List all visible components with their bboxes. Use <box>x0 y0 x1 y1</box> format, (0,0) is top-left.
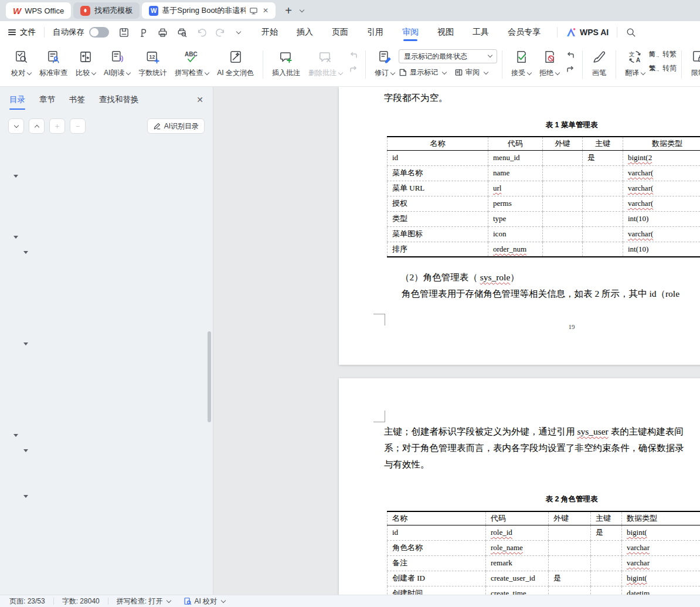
accept-revision-icon <box>514 49 529 65</box>
close-tab-icon[interactable]: ✕ <box>263 6 269 15</box>
toc-collapse-arrow-icon[interactable] <box>13 434 18 437</box>
wps-ai-button[interactable]: WPS AI <box>566 27 609 38</box>
sidebar-tab[interactable]: 章节 <box>39 94 55 110</box>
toc-collapse-arrow-icon[interactable] <box>13 175 18 178</box>
print-preview-icon[interactable] <box>176 27 188 38</box>
track-changes-button[interactable]: 修订 <box>371 43 399 78</box>
sidebar-tab[interactable]: 目录 <box>9 94 25 110</box>
brush-button[interactable]: 画笔 <box>587 43 611 78</box>
ai-polish-button[interactable]: AI 全文润色 <box>213 43 258 78</box>
sidebar-close-icon[interactable]: ✕ <box>196 95 203 104</box>
previous-revision-icon[interactable] <box>563 50 577 60</box>
review-pane-button[interactable]: 审阅 <box>454 67 488 77</box>
toc-item[interactable]: 4.3 数据库设计 <box>0 215 213 230</box>
toc-item[interactable]: 5.1.5 我的模块操作流程 <box>0 321 213 337</box>
restrict-editing-button[interactable]: 限制 <box>687 43 700 78</box>
toc-item[interactable]: 5.1.3 交流中心模块操作流程 <box>0 291 213 306</box>
toc-item[interactable]: 5.2.3智能客服管理模块操作流程 <box>0 382 213 398</box>
table-cell: 角色名称 <box>388 540 486 555</box>
compare-button[interactable]: 比较 <box>72 43 100 78</box>
toc-collapse-arrow-icon[interactable] <box>23 251 28 254</box>
toc-item[interactable]: 6.2.2 系统管理端 <box>0 520 213 535</box>
menu-tab[interactable]: 插入 <box>295 22 314 42</box>
menu-table: 名称代码外键主键数据类型idmenu_id是bigint(2菜单名称nameva… <box>387 136 700 257</box>
menu-tab[interactable]: 工具 <box>471 22 490 42</box>
tab-list-chevron-icon[interactable] <box>300 8 304 12</box>
ai-read-aloud-button[interactable]: AI朗读 <box>100 43 134 78</box>
show-markup-button[interactable]: 显示标记 <box>399 67 446 77</box>
toc-item[interactable]: 6 系统实现 <box>0 428 213 443</box>
menu-tab[interactable]: 开始 <box>260 22 279 42</box>
toc-item[interactable]: 5详细设计 <box>0 230 213 245</box>
app-tab[interactable]: W WPS Office <box>6 2 71 19</box>
insert-comment-button[interactable]: 插入批注 <box>268 43 304 78</box>
toc-item[interactable]: 6.2.1 小程序端 <box>0 504 213 520</box>
toc-item[interactable]: 6.2 操作系统界面和功能实现 <box>0 489 213 504</box>
toc-item[interactable]: 5.1.2 非遗信息模块操作流程 <box>0 276 213 291</box>
toc-expand-down-button[interactable] <box>8 118 24 134</box>
toc-item[interactable]: 5.2.2交流社区模块操作流程 <box>0 367 213 382</box>
toc-item[interactable]: 5.1 小程序端详细设计 <box>0 245 213 260</box>
document-page-20[interactable]: 主键；创建者标识字段被定义为外键，通过引用 sys_user 表的主键构建表间 … <box>339 378 700 595</box>
spellcheck-status[interactable]: 拼写检查: 打开 <box>117 596 171 606</box>
toc-collapse-up-button[interactable] <box>29 118 45 134</box>
toc-item[interactable]: 5.2.1非遗内容模块操作流程 <box>0 352 213 367</box>
spellcheck-button[interactable]: ABC 拼写检查 <box>171 43 213 78</box>
toc-collapse-arrow-icon[interactable] <box>13 236 18 239</box>
reject-revision-button[interactable]: 拒绝 <box>535 43 563 78</box>
print-icon[interactable] <box>157 27 168 38</box>
toc-item[interactable]: 6.1 软件开发说明 <box>0 443 213 459</box>
save-icon[interactable] <box>118 27 130 38</box>
toc-item[interactable]: 参考文献 <box>0 550 213 565</box>
toc-item[interactable]: 5.2 系统管理端详细设计 <box>0 337 213 352</box>
toc-item[interactable]: 4 概要设计 <box>0 169 213 184</box>
markup-state-dropdown[interactable]: 显示标记的最终状态 <box>399 49 497 63</box>
accept-revision-button[interactable]: 接受 <box>507 43 535 78</box>
toc-item[interactable]: 5.2.5用户中心模块操作流程 <box>0 413 213 428</box>
toc-item[interactable]: 4.1 系统功能结构设计 <box>0 184 213 199</box>
simplified-to-traditional-button[interactable]: 简→ 转繁 <box>649 49 677 59</box>
toc-collapse-arrow-icon[interactable] <box>23 449 28 452</box>
undo-redo-chevron-icon[interactable] <box>236 29 241 34</box>
menu-tab[interactable]: 审阅 <box>401 22 420 42</box>
sidebar-scrollbar-thumb[interactable] <box>208 331 211 422</box>
monitor-icon[interactable] <box>249 6 258 15</box>
autosave-toggle[interactable] <box>89 27 109 38</box>
document-page-19[interactable]: 字段都不为空。 表 1 菜单管理表 名称代码外键主键数据类型idmenu_id是… <box>339 87 700 365</box>
docer-template-tab[interactable]: 找稻壳模板 <box>73 2 140 19</box>
standard-review-button[interactable]: 标准审查 <box>35 43 72 78</box>
sidebar-tab[interactable]: 书签 <box>69 94 85 110</box>
menu-tab[interactable]: 页面 <box>331 22 349 42</box>
file-menu-button[interactable]: 文件 <box>8 27 36 38</box>
toc-item[interactable]: 3.3.1 用户体验 <box>0 138 213 154</box>
word-count-button[interactable]: 12 字数统计 <box>134 43 171 78</box>
menu-tab[interactable]: 会员专享 <box>507 22 542 42</box>
ai-recognize-toc-button[interactable]: AI识别目录 <box>147 118 205 134</box>
toc-item[interactable]: 6.1.1 核心开发技术介绍 <box>0 459 213 474</box>
toc-item[interactable]: 本科毕业论文(设计)成绩评定表 <box>0 581 213 596</box>
next-revision-icon[interactable] <box>563 64 577 74</box>
ai-proofread-status[interactable]: AI 校对 <box>184 596 225 606</box>
toc-item[interactable]: 5.2.4非遗活动模块操作流程 <box>0 398 213 413</box>
toc-collapse-arrow-icon[interactable] <box>23 343 28 345</box>
toc-item[interactable]: 7 结语 <box>0 535 213 550</box>
new-tab-button[interactable]: + <box>285 4 292 18</box>
search-icon[interactable] <box>626 27 636 38</box>
toc-item[interactable]: 5.1.4 非遗解答模块操作流程 <box>0 306 213 321</box>
menu-tab[interactable]: 视图 <box>436 22 455 42</box>
traditional-to-simplified-button[interactable]: 繁→ 转简 <box>649 63 677 73</box>
toc-item[interactable]: 致 谢 <box>0 565 213 581</box>
translate-button[interactable]: 文A 翻译 <box>621 43 649 78</box>
proofread-button[interactable]: 校对 <box>7 43 35 78</box>
table-cell: datetim <box>622 586 700 595</box>
toc-item[interactable]: 3.3.2 系统安全 <box>0 154 213 169</box>
table-cell <box>543 211 583 226</box>
sidebar-tab[interactable]: 查找和替换 <box>99 94 139 110</box>
export-pdf-icon[interactable] <box>138 27 149 38</box>
toc-collapse-arrow-icon[interactable] <box>23 495 28 498</box>
document-tab[interactable]: W 基于Spring Boot的非遗科普 ✕ <box>142 2 276 19</box>
toc-item[interactable]: 6.1.2 项目技术架构 <box>0 474 213 489</box>
toc-item[interactable]: 4.2 功能模块设计 <box>0 199 213 215</box>
toc-item[interactable]: 5.1.1 系统首页模块操作流程 <box>0 260 213 276</box>
menu-tab[interactable]: 引用 <box>366 22 385 42</box>
